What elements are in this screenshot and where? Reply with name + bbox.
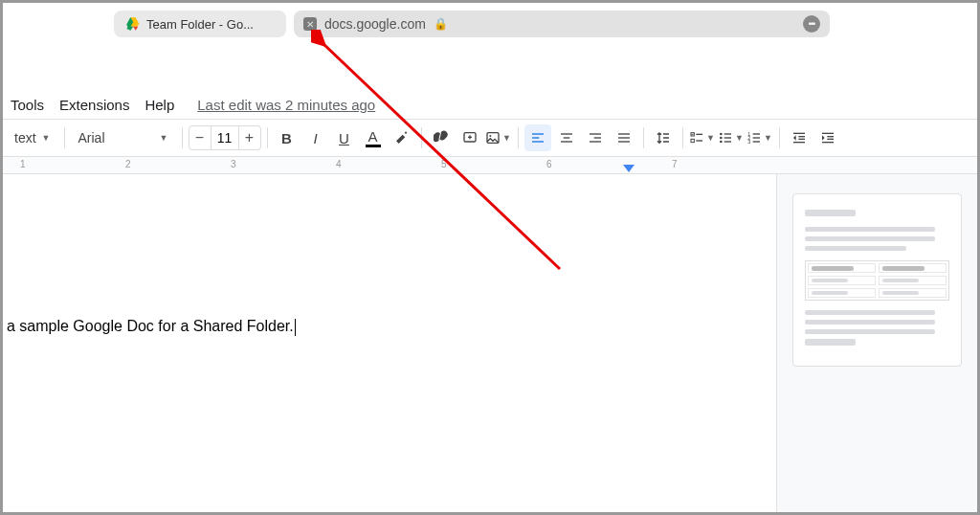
highlight-button[interactable] [389,124,415,151]
ruler-mark: 5 [441,159,447,169]
address-bar[interactable]: ✕ docs.google.com 🔒 ••• [294,11,830,37]
chevron-down-icon: ▼ [42,133,51,143]
skeleton-line [805,236,935,241]
svg-point-30 [720,141,723,144]
paragraph-style-select[interactable]: text ▼ [7,130,58,146]
skeleton-line [805,210,856,216]
decrease-font-button[interactable]: − [189,129,211,146]
side-panel [776,174,977,515]
divider [779,127,780,148]
svg-point-28 [720,137,723,140]
skeleton-line [805,329,935,334]
tab-label: Team Folder - Go... [146,17,254,32]
chevron-down-icon: ▼ [160,133,168,143]
skeleton-table [805,260,949,301]
skeleton-line [805,339,856,346]
style-label: text [14,130,36,146]
divider [643,127,644,148]
numbered-list-button[interactable]: 123▼ [746,124,773,151]
decrease-indent-button[interactable] [786,124,813,151]
menu-tools[interactable]: Tools [11,97,44,113]
checklist-button[interactable]: ▼ [689,124,716,151]
insert-comment-button[interactable] [457,124,483,151]
text-cursor [295,319,296,336]
chevron-down-icon: ▼ [706,133,715,143]
svg-point-26 [720,133,723,136]
increase-indent-button[interactable] [814,124,841,151]
close-icon[interactable]: ✕ [303,17,317,31]
svg-point-9 [489,135,491,137]
align-right-button[interactable] [582,124,609,151]
svg-text:3: 3 [747,139,750,145]
toolbar: text ▼ Arial ▼ − 11 + B I U A ▼ ▼ ▼ 123▼ [3,119,977,157]
menu-help[interactable]: Help [145,97,174,113]
ruler-mark: 4 [336,159,342,169]
line-spacing-button[interactable] [650,124,677,151]
align-justify-button[interactable] [611,124,637,151]
browser-chrome: Team Folder - Go... ✕ docs.google.com 🔒 … [3,3,977,45]
insert-link-button[interactable] [428,124,455,151]
divider [682,127,683,148]
divider [421,127,422,148]
bulleted-list-button[interactable]: ▼ [718,124,745,151]
font-label: Arial [78,130,105,146]
ruler-mark: 2 [125,159,131,169]
menubar: Tools Extensions Help Last edit was 2 mi… [3,91,977,119]
increase-font-button[interactable]: + [239,129,260,146]
skeleton-line [805,310,935,315]
ruler[interactable]: 1 2 3 4 5 6 7 [3,157,977,174]
right-indent-icon[interactable] [623,165,635,174]
font-size-stepper[interactable]: − 11 + [189,125,261,150]
more-icon[interactable]: ••• [803,15,820,33]
align-center-button[interactable] [553,124,580,151]
content-area: a sample Google Doc for a Shared Folder. [3,174,977,515]
chevron-down-icon: ▼ [764,133,772,143]
align-left-button[interactable] [524,124,551,151]
underline-button[interactable]: U [331,124,358,151]
chevron-down-icon: ▼ [735,133,744,143]
spacer [3,45,977,91]
ruler-mark: 6 [546,159,552,169]
lock-icon: 🔒 [434,17,448,31]
last-edit-status[interactable]: Last edit was 2 minutes ago [197,97,375,113]
browser-tab-drive[interactable]: Team Folder - Go... [114,11,286,37]
divider [518,127,519,148]
italic-button[interactable]: I [302,124,329,151]
document-page[interactable]: a sample Google Doc for a Shared Folder. [3,174,776,515]
template-preview[interactable] [792,193,962,367]
ruler-mark: 7 [672,159,678,169]
svg-rect-24 [691,139,694,142]
font-family-select[interactable]: Arial ▼ [71,130,176,146]
menu-extensions[interactable]: Extensions [59,97,129,113]
skeleton-line [805,246,906,251]
skeleton-line [805,227,935,232]
divider [182,127,183,148]
text-color-button[interactable]: A [360,124,387,151]
ruler-mark: 3 [231,159,236,169]
divider [267,127,268,148]
chevron-down-icon: ▼ [502,133,511,143]
address-text: docs.google.com [324,16,426,32]
divider [64,127,65,148]
ruler-mark: 1 [20,159,26,169]
font-size-value[interactable]: 11 [211,126,239,149]
skeleton-line [805,320,935,325]
google-drive-icon [125,16,141,32]
bold-button[interactable]: B [274,124,301,151]
document-body-text[interactable]: a sample Google Doc for a Shared Folder. [7,318,294,334]
insert-image-button[interactable]: ▼ [485,124,512,151]
